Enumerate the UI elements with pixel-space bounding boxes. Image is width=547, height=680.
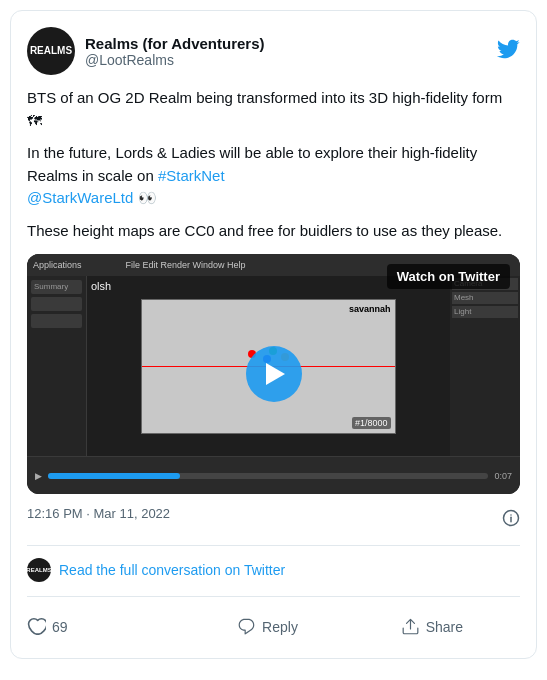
account-handle[interactable]: @LootRealms — [85, 52, 265, 68]
read-full-link[interactable]: Read the full conversation on Twitter — [59, 562, 285, 578]
share-icon — [401, 617, 420, 636]
tweet-header: REALMS Realms (for Adventurers) @LootRea… — [27, 27, 520, 75]
play-button[interactable] — [246, 346, 302, 402]
share-button[interactable]: Share — [356, 611, 520, 642]
timeline-progress — [48, 473, 180, 479]
avatar[interactable]: REALMS — [27, 27, 75, 75]
tweet-timestamp: 12:16 PM · Mar 11, 2022 — [27, 506, 170, 521]
avatar-text: REALMS — [30, 45, 72, 57]
tweet-paragraph-2: In the future, Lords & Ladies will be ab… — [27, 142, 520, 210]
video-left-panel: Summary — [27, 276, 87, 456]
like-button[interactable]: 69 — [27, 611, 191, 642]
panel-item-3 — [31, 314, 82, 328]
share-label: Share — [426, 619, 463, 635]
reply-icon — [237, 617, 256, 636]
tweet-paragraph-1: BTS of an OG 2D Realm being transformed … — [27, 87, 520, 132]
video-right-panel: Camera Mesh Light — [450, 276, 520, 456]
account-name[interactable]: Realms (for Adventurers) — [85, 35, 265, 52]
tweet-p2-before: In the future, Lords & Ladies will be ab… — [27, 144, 477, 184]
timestamp-row: 12:16 PM · Mar 11, 2022 — [27, 506, 520, 546]
panel-item-1: Summary — [31, 280, 82, 294]
play-icon — [266, 363, 285, 385]
tweet-p2-after: 👀 — [133, 189, 156, 206]
right-panel-item-3: Light — [452, 306, 518, 318]
read-full-avatar: REALMS — [27, 558, 51, 582]
like-icon — [27, 617, 46, 636]
reply-label: Reply — [262, 619, 298, 635]
viewport-olsh-label: olsh — [91, 280, 111, 292]
video-container[interactable]: Applications File Edit Render Window Hel… — [27, 254, 520, 494]
viewport-num-label: #1/8000 — [352, 417, 391, 429]
watch-on-twitter-badge[interactable]: Watch on Twitter — [387, 264, 510, 289]
twitter-logo-icon[interactable] — [496, 37, 520, 65]
tweet-paragraph-3: These height maps are CC0 and free for b… — [27, 220, 520, 243]
account-info-group: REALMS Realms (for Adventurers) @LootRea… — [27, 27, 265, 75]
starknet-link[interactable]: #StarkNet — [158, 167, 225, 184]
read-full-row: REALMS Read the full conversation on Twi… — [27, 558, 520, 597]
reply-button[interactable]: Reply — [191, 611, 355, 642]
svg-point-1 — [510, 514, 512, 516]
viewport-savannah-label: savannah — [349, 304, 391, 314]
video-timeline: ▶ 0:07 — [27, 456, 520, 494]
tweet-body: BTS of an OG 2D Realm being transformed … — [27, 87, 520, 242]
tweet-card: REALMS Realms (for Adventurers) @LootRea… — [10, 10, 537, 659]
starkware-link[interactable]: @StarkWareLtd — [27, 189, 133, 206]
actions-row: 69 Reply Share — [27, 609, 520, 642]
panel-item-2 — [31, 297, 82, 311]
like-count: 69 — [52, 619, 68, 635]
account-details: Realms (for Adventurers) @LootRealms — [85, 35, 265, 68]
timeline-bar — [48, 473, 488, 479]
info-icon[interactable] — [502, 509, 520, 531]
right-panel-item-2: Mesh — [452, 292, 518, 304]
